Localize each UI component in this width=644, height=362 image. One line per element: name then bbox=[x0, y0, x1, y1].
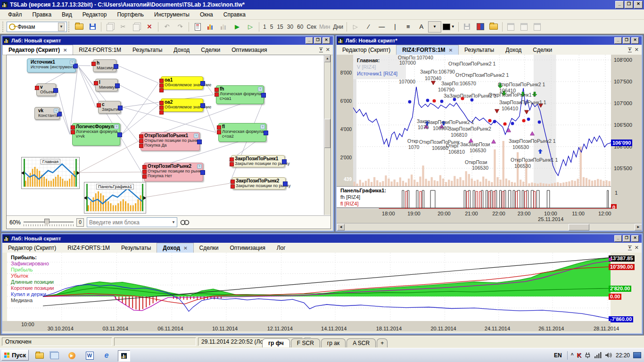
output-port[interactable] bbox=[200, 170, 205, 175]
chart-panel-thumb-ПанельГрафика1[interactable]: ПанельГрафика1 bbox=[84, 182, 146, 214]
chevron-down-icon[interactable]: ▼ bbox=[628, 48, 632, 52]
close-button[interactable]: ✕ bbox=[322, 37, 330, 44]
child-titlebar[interactable]: Лаб: Новый скрипт _ ❐ ✕ bbox=[2, 234, 642, 243]
workspace-tab-гр ак[interactable]: гр ак bbox=[321, 338, 346, 347]
workspace-tab-гр фч[interactable]: гр фч bbox=[262, 338, 290, 347]
cut-button[interactable]: ✂ bbox=[116, 21, 130, 33]
play-disabled-button[interactable]: ▷ bbox=[349, 21, 362, 33]
menu-item-Окна[interactable]: Окна bbox=[196, 10, 217, 19]
block-ОткрПозиПоРынк1[interactable]: ОткрПозиПоРынк1Открытие позиции по рынку… bbox=[140, 132, 200, 151]
close-icon[interactable]: ✕ bbox=[326, 47, 330, 53]
unit-Дни[interactable]: Дни bbox=[331, 24, 344, 30]
taskbar-word-button[interactable]: W bbox=[84, 350, 95, 361]
block-options-icon[interactable]: ? bbox=[70, 60, 74, 65]
close-button[interactable]: ✕ bbox=[631, 235, 639, 242]
block-oa2[interactable]: oa2Обновляемое значение bbox=[161, 99, 203, 112]
input-port[interactable] bbox=[159, 79, 164, 83]
input-port[interactable] bbox=[231, 184, 235, 189]
block-oa1[interactable]: oa1Обновляемое значение bbox=[161, 76, 203, 90]
zoom-reset-button[interactable]: 0 bbox=[76, 218, 84, 227]
close-icon[interactable]: ✕ bbox=[635, 245, 639, 251]
chart-hscrollbar[interactable]: ◄► bbox=[337, 223, 642, 230]
scroll-thumb[interactable] bbox=[569, 224, 589, 230]
block-c[interactable]: cЗакрытие bbox=[98, 101, 121, 114]
vline-tool[interactable]: ∣ bbox=[388, 21, 402, 33]
report-button[interactable] bbox=[191, 21, 204, 33]
open-layout-button[interactable] bbox=[487, 21, 500, 33]
window-layout-1[interactable] bbox=[504, 21, 518, 33]
toolbar-grip[interactable] bbox=[2, 22, 5, 32]
tab-Результаты[interactable]: Результаты bbox=[459, 45, 500, 55]
input-port[interactable] bbox=[230, 162, 234, 166]
input-port[interactable] bbox=[139, 134, 143, 139]
tab-Доход[interactable]: Доход✕ bbox=[157, 243, 193, 253]
find-block-icon[interactable] bbox=[180, 219, 190, 226]
input-port[interactable] bbox=[215, 92, 219, 97]
tab-close-icon[interactable]: ✕ bbox=[449, 48, 453, 53]
input-port[interactable] bbox=[142, 170, 147, 174]
scroll-thumb[interactable] bbox=[324, 119, 330, 148]
close-button[interactable]: ✕ bbox=[631, 37, 639, 44]
workspace-tab-A SCR[interactable]: A SCR bbox=[347, 338, 376, 347]
block-fh[interactable]: fhЛогическая формулаc>oa1? bbox=[216, 85, 264, 104]
interval-15[interactable]: 15 bbox=[275, 24, 285, 30]
block-ЗакрПозиПоРынк2[interactable]: ЗакрПозиПоРынк2Закрытие позиции по рынку bbox=[232, 177, 286, 189]
interval-30[interactable]: 30 bbox=[285, 24, 295, 30]
close-icon[interactable]: ✕ bbox=[635, 47, 639, 53]
block-options-icon[interactable]: ? bbox=[114, 124, 119, 129]
maximize-button[interactable]: ❐ bbox=[314, 37, 322, 44]
copy-button[interactable] bbox=[103, 21, 116, 33]
price-plot[interactable]: Главная:V [RIZ4]Источник1 [RIZ4]ОткрПо:1… bbox=[353, 55, 611, 186]
taskbar-tslab-button[interactable] bbox=[118, 350, 130, 362]
input-port[interactable] bbox=[215, 88, 219, 92]
tab-RIZ4:FORTS:1M[interactable]: RIZ4:FORTS:1M bbox=[73, 45, 127, 55]
block-ЗакрПозиПоРынк1[interactable]: ЗакрПозиПоРынк1Закрытие позиции по рынку bbox=[231, 155, 285, 167]
block-options-icon[interactable]: ? bbox=[260, 124, 265, 129]
input-port[interactable] bbox=[35, 86, 39, 90]
tab-Сделки[interactable]: Сделки bbox=[527, 45, 558, 55]
signals-panel[interactable]: ПанельГрафика1:fh [RIZ4]fl [RIZ4] bbox=[337, 186, 611, 209]
input-port[interactable] bbox=[91, 62, 96, 66]
tab-overflow-controls[interactable]: ▼✕ bbox=[319, 47, 333, 53]
tab-close-icon[interactable]: ✕ bbox=[183, 246, 187, 251]
menu-item-Файл[interactable]: Файл bbox=[4, 10, 26, 19]
run-button[interactable]: ▶ bbox=[231, 21, 244, 33]
block-v[interactable]: vОбъем bbox=[36, 83, 56, 96]
block-options-icon[interactable]: ? bbox=[197, 164, 202, 169]
child-titlebar[interactable]: Лаб: Новый скрипт* _ ❐ ✕ bbox=[337, 36, 642, 45]
chart-small-button[interactable] bbox=[217, 21, 231, 33]
input-port[interactable] bbox=[159, 88, 164, 92]
hline-tool[interactable]: — bbox=[375, 21, 388, 33]
output-port[interactable] bbox=[118, 106, 123, 110]
data-provider-select[interactable]: Финам ▼ bbox=[7, 22, 67, 32]
tab-RIZ4:FORTS:1M[interactable]: RIZ4:FORTS:1M bbox=[62, 243, 116, 253]
tab-Лог[interactable]: Лог bbox=[271, 243, 291, 253]
tab-RIZ4:FORTS:1M[interactable]: RIZ4:FORTS:1M✕ bbox=[396, 45, 459, 55]
input-port[interactable] bbox=[230, 157, 234, 162]
tab-Оптимизация[interactable]: Оптимизация bbox=[226, 45, 272, 55]
redo-button[interactable]: ↷ bbox=[173, 21, 187, 33]
block-h[interactable]: hМаксимум bbox=[93, 59, 116, 72]
run-step-button[interactable]: ▷ bbox=[244, 21, 257, 33]
text-tool[interactable]: A bbox=[415, 21, 428, 33]
fibo-tool[interactable]: ≡ bbox=[402, 21, 415, 33]
block-search-input[interactable] bbox=[87, 219, 170, 226]
block-Источник1[interactable]: Источник1Источник (инструмент)? bbox=[27, 58, 76, 73]
chevron-down-icon[interactable]: ▼ bbox=[170, 220, 177, 224]
scroll-up-icon[interactable]: ▲ bbox=[324, 55, 330, 62]
output-port[interactable] bbox=[283, 181, 288, 186]
output-port[interactable] bbox=[261, 93, 266, 98]
show-desktop-icon[interactable] bbox=[633, 352, 641, 358]
maximize-button[interactable]: ❐ bbox=[625, 1, 633, 8]
child-titlebar[interactable]: Лаб: Новый скрипт _ ❐ ✕ bbox=[2, 36, 333, 45]
input-port[interactable] bbox=[139, 139, 143, 143]
menu-item-Портфель[interactable]: Портфель bbox=[113, 10, 148, 19]
chevron-down-icon[interactable]: ▼ bbox=[628, 246, 632, 250]
tab-Редактор (Скрипт)[interactable]: Редактор (Скрипт) bbox=[2, 243, 62, 253]
input-port[interactable] bbox=[159, 101, 164, 105]
tab-Сделки[interactable]: Сделки bbox=[195, 45, 226, 55]
block-options-icon[interactable]: ? bbox=[194, 133, 198, 138]
menu-item-Редактор[interactable]: Редактор bbox=[78, 10, 111, 19]
toolbar-grip[interactable] bbox=[68, 22, 71, 32]
block-l[interactable]: lМинимум bbox=[95, 79, 118, 91]
